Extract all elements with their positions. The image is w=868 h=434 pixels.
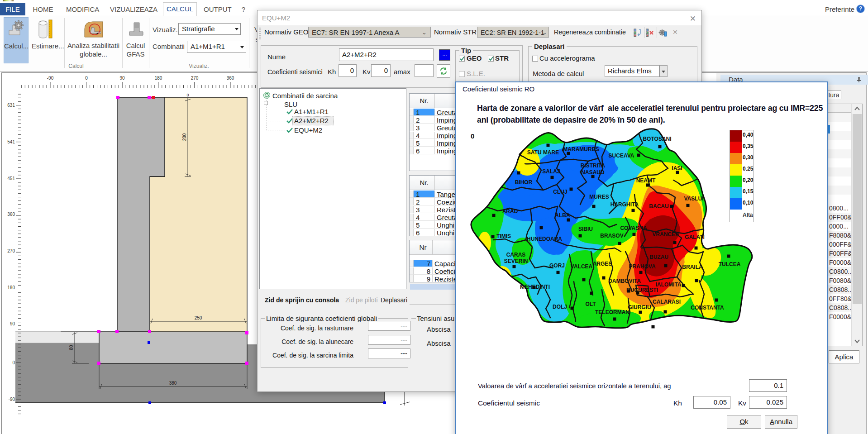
svg-text:CONSTANTA: CONSTANTA: [691, 305, 724, 311]
svg-text:250: 250: [195, 315, 202, 320]
svg-text:CALARASI: CALARASI: [653, 299, 681, 305]
svg-text:BIHOR: BIHOR: [515, 179, 533, 186]
svg-text:IASI: IASI: [672, 165, 682, 172]
svg-text:0: 0: [186, 93, 189, 97]
svg-text:MARAMURES: MARAMURES: [563, 146, 599, 153]
svg-text:SATU MARE: SATU MARE: [527, 149, 559, 156]
svg-text:MURES: MURES: [589, 194, 609, 200]
svg-text:BOTOSANI: BOTOSANI: [643, 136, 671, 142]
svg-text:0: 0: [85, 76, 88, 81]
svg-text:180: 180: [7, 285, 15, 290]
svg-text:PRAHOVA: PRAHOVA: [629, 263, 655, 270]
svg-text:GORJ: GORJ: [549, 262, 565, 269]
svg-text:GALATI: GALATI: [685, 234, 705, 240]
svg-text:CLUJ: CLUJ: [553, 189, 567, 195]
svg-text:380: 380: [169, 381, 177, 386]
svg-text:CARAS: CARAS: [506, 252, 526, 258]
svg-text:BRASOV: BRASOV: [600, 233, 623, 239]
svg-text:IALOMITA: IALOMITA: [655, 281, 681, 288]
svg-text:TIMIS: TIMIS: [496, 233, 511, 239]
svg-text:NEAMT: NEAMT: [636, 177, 656, 184]
svg-text:200: 200: [182, 133, 187, 141]
svg-text:-90: -90: [9, 397, 15, 402]
svg-text:OLT: OLT: [585, 301, 596, 307]
svg-text:HUNEDOARA: HUNEDOARA: [527, 236, 562, 242]
svg-text:ARAD: ARAD: [502, 208, 518, 215]
svg-text:SEVERIN: SEVERIN: [504, 258, 528, 264]
svg-text:360: 360: [227, 76, 234, 81]
svg-text:TULCEA: TULCEA: [719, 261, 741, 267]
svg-text:GIURGIU: GIURGIU: [628, 304, 651, 310]
svg-text:-90: -90: [47, 76, 54, 81]
svg-text:90: 90: [10, 321, 15, 326]
svg-text:0: 0: [12, 360, 15, 365]
svg-text:DAMBOVITA: DAMBOVITA: [608, 278, 641, 284]
svg-text:VASLUI: VASLUI: [684, 196, 703, 202]
svg-text:HARGHITA: HARGHITA: [610, 201, 639, 208]
svg-text:COVASNA: COVASNA: [620, 225, 647, 231]
svg-text:541: 541: [7, 139, 15, 144]
svg-text:270: 270: [191, 76, 199, 81]
svg-text:NASAUD: NASAUD: [581, 169, 605, 176]
svg-text:631: 631: [7, 103, 15, 108]
svg-text:SUCEAVA: SUCEAVA: [609, 153, 634, 159]
svg-text:VALCEA: VALCEA: [571, 263, 593, 270]
svg-text:TELEORMAN: TELEORMAN: [595, 309, 630, 315]
svg-text:BISTRITA: BISTRITA: [581, 162, 606, 169]
svg-text:SIBIU: SIBIU: [578, 226, 593, 232]
svg-text:BACAU: BACAU: [649, 203, 668, 210]
svg-text:VRANCEA: VRANCEA: [652, 231, 679, 238]
svg-text:451: 451: [7, 176, 15, 181]
svg-text:ARGES: ARGES: [593, 261, 612, 267]
svg-text:BUCURESTI: BUCURESTI: [626, 287, 658, 293]
svg-text:ALBA: ALBA: [555, 212, 570, 219]
svg-text:SALAJ: SALAJ: [542, 168, 560, 175]
svg-text:BUZAU: BUZAU: [649, 254, 668, 260]
svg-text:270: 270: [7, 248, 15, 253]
svg-text:DOLJ: DOLJ: [553, 304, 567, 310]
svg-text:90: 90: [119, 76, 125, 81]
svg-text:BRAILA: BRAILA: [682, 264, 703, 270]
svg-text:180: 180: [155, 76, 162, 81]
svg-text:360: 360: [7, 212, 15, 217]
svg-text:80: 80: [69, 345, 74, 350]
